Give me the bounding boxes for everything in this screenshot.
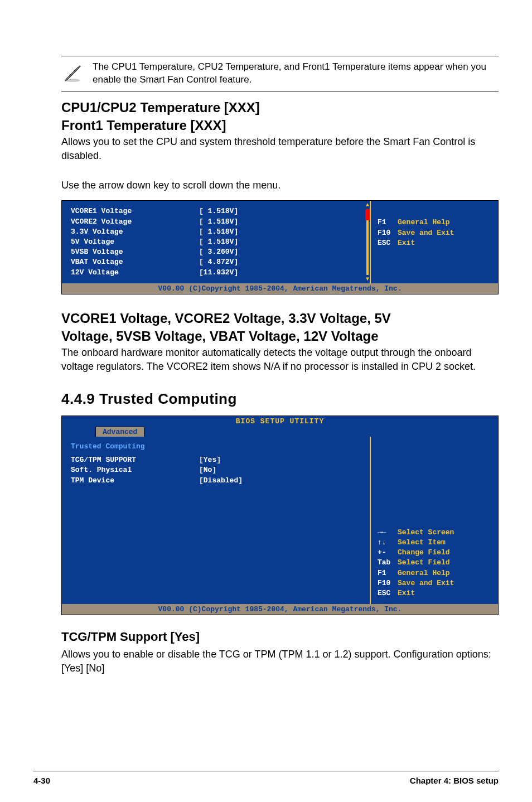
bios-label: Soft. Physical — [71, 465, 199, 475]
hint-key: ESC — [378, 588, 398, 598]
bios-row: TCG/TPM SUPPORT[Yes] — [71, 455, 361, 465]
bios-left-panel: Trusted Computing TCG/TPM SUPPORT[Yes] S… — [62, 437, 370, 604]
bios-panel-trusted: BIOS SETUP UTILITY Advanced Trusted Comp… — [61, 416, 499, 615]
bios-hint: F10Save and Exit — [378, 578, 454, 588]
bios-label: 5V Voltage — [71, 237, 199, 247]
section-title-voltages-2: Voltage, 5VSB Voltage, VBAT Voltage, 12V… — [61, 328, 499, 345]
section-body-voltages: The onboard hardware monitor automatical… — [61, 346, 499, 374]
scroll-hint: Use the arrow down key to scroll down th… — [61, 178, 499, 192]
heading-trusted-computing: 4.4.9 Trusted Computing — [61, 390, 499, 408]
bios-row: 12V Voltage[11.932V] — [71, 268, 361, 278]
bios-label: VBAT Voltage — [71, 257, 199, 267]
hint-text: Exit — [398, 588, 415, 598]
section-body-cpu-temp: Allows you to set the CPU and system thr… — [61, 135, 499, 163]
section-title-tcg: TCG/TPM Support [Yes] — [61, 630, 499, 644]
hint-text: Exit — [398, 238, 415, 248]
bios-hint: ↑↓Select Item — [378, 538, 454, 548]
bios-hint: ESCExit — [378, 588, 454, 598]
bios-right-panel: →←Select Screen ↑↓Select Item +-Change F… — [370, 437, 498, 604]
hint-text: General Help — [398, 218, 450, 228]
bios-row: VCORE2 Voltage[ 1.518V] — [71, 217, 361, 227]
section-body-tcg: Allows you to enable or disable the TCG … — [61, 648, 499, 675]
bios-section-header: Trusted Computing — [71, 442, 361, 455]
bios-row: VBAT Voltage[ 4.872V] — [71, 257, 361, 267]
scroll-down-icon[interactable]: ▼ — [366, 276, 369, 282]
hint-text: Save and Exit — [398, 578, 454, 588]
bios-hint: F1General Help — [378, 568, 454, 578]
hint-text: Save and Exit — [398, 228, 454, 238]
bios-right-panel: F1General Help F10Save and Exit ESCExit — [370, 201, 498, 283]
hint-key: →← — [378, 528, 398, 538]
bios-row: 5VSB Voltage[ 3.260V] — [71, 247, 361, 257]
bios-label: VCORE1 Voltage — [71, 206, 199, 216]
bios-value: [ 1.518V] — [199, 237, 238, 247]
bios-value: [ 1.518V] — [199, 227, 238, 237]
section-title-cpu-temp-1: CPU1/CPU2 Temperature [XXX] — [61, 99, 499, 116]
bios-row: 5V Voltage[ 1.518V] — [71, 237, 361, 247]
bios-hint: F10Save and Exit — [378, 228, 491, 238]
scroll-up-icon[interactable]: ▲ — [366, 202, 369, 208]
bios-body: Trusted Computing TCG/TPM SUPPORT[Yes] S… — [62, 437, 498, 604]
hint-text: General Help — [398, 568, 450, 578]
hint-key: ↑↓ — [378, 538, 398, 548]
hint-key: +- — [378, 548, 398, 558]
bios-row: 3.3V Voltage[ 1.518V] — [71, 227, 361, 237]
bios-tab-advanced[interactable]: Advanced — [95, 427, 144, 437]
bios-value: [ 1.518V] — [199, 206, 238, 216]
hint-text: Select Item — [398, 538, 446, 548]
bios-hint: F1General Help — [378, 218, 491, 228]
bios-tabs: Advanced — [62, 427, 498, 437]
page-number: 4-30 — [33, 776, 50, 785]
bios-label: TCG/TPM SUPPORT — [71, 455, 199, 465]
bios-label: 5VSB Voltage — [71, 247, 199, 257]
bios-row: TPM Device[Disabled] — [71, 476, 361, 486]
bios-value: [No] — [199, 465, 216, 475]
chapter-label: Chapter 4: BIOS setup — [410, 776, 499, 785]
section-title-cpu-temp-2: Front1 Temperature [XXX] — [61, 117, 499, 134]
hint-text: Select Field — [398, 558, 450, 568]
hint-key: F1 — [378, 218, 398, 228]
bios-value: [ 1.518V] — [199, 217, 238, 227]
bios-panel-voltages: VCORE1 Voltage[ 1.518V] VCORE2 Voltage[ … — [61, 200, 499, 294]
hint-key: ESC — [378, 238, 398, 248]
hint-key: Tab — [378, 558, 398, 568]
scroll-track[interactable] — [366, 209, 369, 274]
bios-value: [ 3.260V] — [199, 247, 238, 257]
bios-title: BIOS SETUP UTILITY — [62, 416, 498, 427]
hint-text: Change Field — [398, 548, 450, 558]
bios-footer: V00.00 (C)Copyright 1985-2004, American … — [62, 604, 498, 615]
section-title-voltages-1: VCORE1 Voltage, VCORE2 Voltage, 3.3V Vol… — [61, 310, 499, 327]
bios-scrollbar[interactable]: ▲ ▼ — [365, 201, 370, 283]
page-footer: 4-30 Chapter 4: BIOS setup — [33, 771, 499, 785]
hint-key: F10 — [378, 578, 398, 588]
hint-text: Select Screen — [398, 528, 454, 538]
hint-key: F10 — [378, 228, 398, 238]
bios-value: [11.932V] — [199, 268, 238, 278]
bios-label: TPM Device — [71, 476, 199, 486]
bios-value: [Yes] — [199, 455, 221, 465]
pencil-icon — [61, 62, 84, 85]
bios-hint: ESCExit — [378, 238, 491, 248]
bios-hint: TabSelect Field — [378, 558, 454, 568]
bios-label: 12V Voltage — [71, 268, 199, 278]
bios-body: VCORE1 Voltage[ 1.518V] VCORE2 Voltage[ … — [62, 201, 498, 283]
bios-label: 3.3V Voltage — [71, 227, 199, 237]
bios-row: VCORE1 Voltage[ 1.518V] — [71, 206, 361, 216]
bios-row: Soft. Physical[No] — [71, 465, 361, 475]
bios-value: [ 4.872V] — [199, 257, 238, 267]
bios-value: [Disabled] — [199, 476, 243, 486]
bios-left-panel: VCORE1 Voltage[ 1.518V] VCORE2 Voltage[ … — [62, 201, 370, 283]
hint-key: F1 — [378, 568, 398, 578]
bios-hint: +-Change Field — [378, 548, 454, 558]
bios-footer: V00.00 (C)Copyright 1985-2004, American … — [62, 283, 498, 294]
bios-label: VCORE2 Voltage — [71, 217, 199, 227]
bios-hint: →←Select Screen — [378, 528, 454, 538]
note-block: The CPU1 Temperature, CPU2 Temperature, … — [61, 56, 499, 91]
note-text: The CPU1 Temperature, CPU2 Temperature, … — [93, 61, 499, 86]
